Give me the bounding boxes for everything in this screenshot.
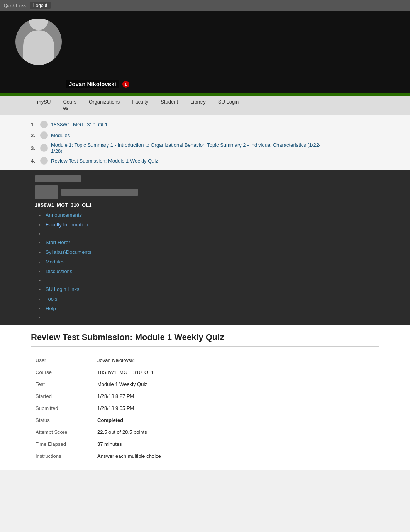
breadcrumb-dot-4 [40, 157, 48, 165]
green-bar [0, 93, 410, 96]
course-menu-course-name: 18S8W1_MGT_310_OL1 [0, 200, 410, 210]
nav-item-organizations[interactable]: Organizations [83, 96, 126, 115]
info-value-1: 18S8W1_MGT_310_OL1 [93, 366, 379, 378]
info-value-0: Jovan Nikolovski [93, 354, 379, 366]
menu-bullet: ▸ [39, 306, 42, 311]
menu-item-announcements[interactable]: ▸ Announcements [0, 210, 410, 220]
nav-courses-label: Courses [63, 99, 76, 111]
user-name-badge: Jovan Nikolovski 1 [66, 80, 129, 88]
nav-item-student[interactable]: Student [154, 96, 184, 115]
nav-item-mysu[interactable]: mySU [31, 96, 57, 115]
header-banner: Jovan Nikolovski 1 [0, 11, 410, 96]
quick-links-label: Quick Links [4, 3, 26, 8]
menu-bullet-sep3: ▸ [39, 315, 42, 320]
menu-item-sep1: ▸ [0, 229, 410, 238]
info-label-6: Attempt Score [31, 426, 93, 438]
breadcrumb-num-2: 2. [31, 133, 40, 138]
info-value-6: 22.5 out of 28.5 points [93, 426, 379, 438]
menu-item-start-here[interactable]: ▸ Start Here* [0, 238, 410, 247]
nav-item-library[interactable]: Library [184, 96, 212, 115]
avatar-head [29, 19, 48, 30]
menu-item-discussions[interactable]: ▸ Discussions [0, 267, 410, 276]
breadcrumb-dot-1 [40, 121, 48, 128]
menu-link-tools[interactable]: Tools [46, 296, 57, 302]
breadcrumb-dot-2 [40, 131, 48, 139]
menu-bullet: ▸ [39, 250, 42, 254]
menu-item-sep2: ▸ [0, 276, 410, 284]
breadcrumb-section: 1. 18S8W1_MGT_310_OL1 2. Modules 3. Modu… [0, 115, 410, 325]
info-value-8: Answer each multiple choice [93, 450, 379, 462]
breadcrumb-dot-3 [40, 144, 48, 152]
info-row-6: Attempt Score22.5 out of 28.5 points [31, 426, 379, 438]
menu-avatar-block [35, 185, 58, 199]
menu-item-modules[interactable]: ▸ Modules [0, 257, 410, 267]
menu-bullet: ▸ [39, 223, 42, 227]
menu-bullet: ▸ [39, 260, 42, 264]
breadcrumb-num-1: 1. [31, 122, 40, 127]
avatar-container [15, 19, 62, 65]
breadcrumb-1: 1. 18S8W1_MGT_310_OL1 [31, 119, 379, 130]
menu-link-announcements[interactable]: Announcements [46, 212, 82, 218]
menu-bullet: ▸ [39, 297, 42, 301]
menu-bullet-sep: ▸ [39, 231, 42, 236]
menu-link-help[interactable]: Help [46, 306, 56, 311]
info-value-7: 37 minutes [93, 438, 379, 450]
menu-item-syllabus[interactable]: ▸ Syllabus\Documents [0, 247, 410, 257]
top-bar: Quick Links Logout [0, 0, 410, 11]
menu-header-block-1 [35, 175, 81, 182]
info-row-3: Started1/28/18 8:27 PM [31, 390, 379, 402]
info-row-7: Time Elapsed37 minutes [31, 438, 379, 450]
info-label-4: Submitted [31, 402, 93, 414]
menu-user-block [61, 189, 138, 196]
info-row-8: InstructionsAnswer each multiple choice [31, 450, 379, 462]
menu-link-su-login-links[interactable]: SU Login Links [46, 286, 79, 292]
menu-bullet-sep2: ▸ [39, 278, 42, 282]
menu-bullet: ▸ [39, 269, 42, 274]
notification-badge[interactable]: 1 [122, 81, 129, 88]
menu-bullet: ▸ [39, 240, 42, 245]
user-name: Jovan Nikolovski [66, 80, 119, 88]
nav-item-faculty[interactable]: Faculty [126, 96, 154, 115]
avatar-silhouette [23, 30, 54, 65]
breadcrumb-link-4[interactable]: Review Test Submission: Module 1 Weekly … [51, 158, 158, 164]
menu-link-faculty-information[interactable]: Faculty Information [46, 222, 88, 228]
info-row-5: StatusCompleted [31, 414, 379, 426]
info-label-5: Status [31, 414, 93, 426]
main-content: Review Test Submission: Module 1 Weekly … [0, 325, 410, 470]
logout-button[interactable]: Logout [30, 2, 51, 9]
info-label-8: Instructions [31, 450, 93, 462]
menu-item-su-login-links[interactable]: ▸ SU Login Links [0, 284, 410, 294]
breadcrumb-link-2[interactable]: Modules [51, 133, 70, 138]
breadcrumb-link-3[interactable]: Module 1: Topic Summary 1 - Introduction… [51, 142, 321, 154]
info-label-2: Test [31, 378, 93, 390]
info-label-1: Course [31, 366, 93, 378]
nav-item-su-login[interactable]: SU Login [212, 96, 245, 115]
nav-item-courses[interactable]: Courses [57, 96, 83, 115]
menu-link-discussions[interactable]: Discussions [46, 269, 72, 274]
info-label-3: Started [31, 390, 93, 402]
menu-item-faculty-info[interactable]: ▸ Faculty Information [0, 220, 410, 229]
info-row-2: TestModule 1 Weekly Quiz [31, 378, 379, 390]
info-row-1: Course18S8W1_MGT_310_OL1 [31, 366, 379, 378]
info-row-4: Submitted1/28/18 9:05 PM [31, 402, 379, 414]
menu-link-start-here[interactable]: Start Here* [46, 240, 70, 245]
info-value-2: Module 1 Weekly Quiz [93, 378, 379, 390]
menu-item-sep3: ▸ [0, 313, 410, 321]
menu-bullet: ▸ [39, 287, 42, 291]
breadcrumb-4: 4. Review Test Submission: Module 1 Week… [31, 155, 379, 166]
breadcrumb-num-4: 4. [31, 158, 40, 164]
breadcrumb-3: 3. Module 1: Topic Summary 1 - Introduct… [31, 141, 379, 155]
nav-bar: mySU Courses Organizations Faculty Stude… [0, 96, 410, 115]
breadcrumb-link-1[interactable]: 18S8W1_MGT_310_OL1 [51, 122, 108, 127]
info-label-7: Time Elapsed [31, 438, 93, 450]
avatar [15, 19, 62, 65]
menu-item-help[interactable]: ▸ Help [0, 304, 410, 313]
page-title: Review Test Submission: Module 1 Weekly … [31, 332, 379, 347]
menu-link-syllabus[interactable]: Syllabus\Documents [46, 249, 91, 255]
menu-item-tools[interactable]: ▸ Tools [0, 294, 410, 304]
course-menu-panel: 18S8W1_MGT_310_OL1 ▸ Announcements ▸ Fac… [0, 170, 410, 325]
menu-link-modules[interactable]: Modules [46, 259, 64, 265]
info-label-0: User [31, 354, 93, 366]
info-value-5: Completed [93, 414, 379, 426]
info-row-0: UserJovan Nikolovski [31, 354, 379, 366]
